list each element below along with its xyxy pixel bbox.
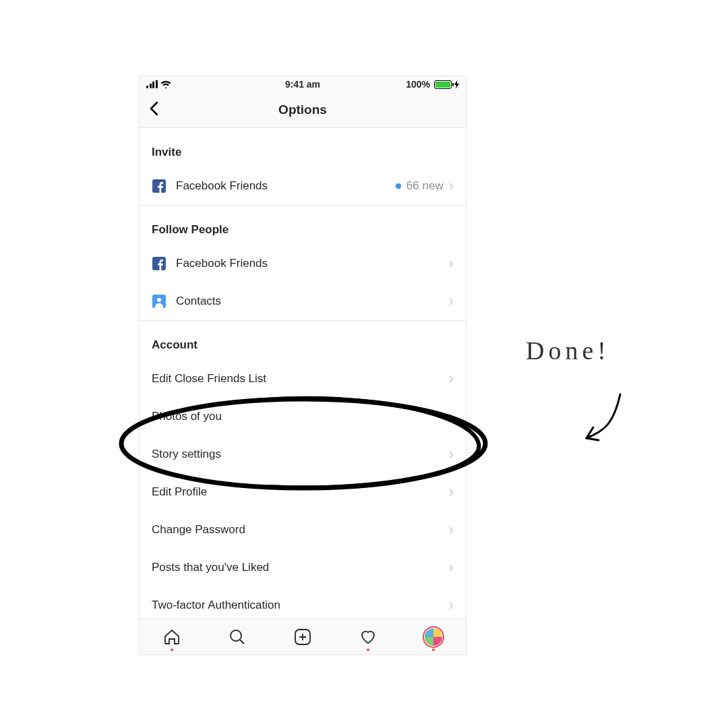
facebook-icon bbox=[152, 256, 166, 271]
chevron-right-icon: › bbox=[449, 447, 454, 462]
row-label: Change Password bbox=[152, 523, 444, 537]
notification-dot-icon bbox=[367, 648, 369, 651]
heart-icon bbox=[359, 628, 377, 646]
chevron-right-icon: › bbox=[449, 598, 454, 613]
row-change-password[interactable]: Change Password › bbox=[140, 511, 466, 549]
svg-point-3 bbox=[157, 298, 161, 302]
status-bar: 9:41 am 100% bbox=[140, 76, 466, 92]
chevron-right-icon: › bbox=[449, 371, 454, 386]
tab-search[interactable] bbox=[227, 627, 247, 647]
chevron-right-icon: › bbox=[449, 409, 454, 424]
row-label: Contacts bbox=[176, 295, 444, 308]
row-edit-close-friends[interactable]: Edit Close Friends List › bbox=[140, 360, 466, 398]
row-two-factor-authentication[interactable]: Two-factor Authentication › bbox=[140, 586, 466, 620]
row-invite-facebook-friends[interactable]: Facebook Friends 66 new › bbox=[140, 167, 466, 205]
row-posts-youve-liked[interactable]: Posts that you've Liked › bbox=[140, 549, 466, 586]
back-button[interactable] bbox=[140, 101, 168, 119]
status-time: 9:41 am bbox=[285, 79, 320, 90]
tab-bar bbox=[140, 619, 466, 655]
chevron-right-icon: › bbox=[449, 522, 454, 537]
row-photos-of-you[interactable]: Photos of you › bbox=[140, 398, 466, 435]
section-header-follow: Follow People bbox=[140, 205, 466, 245]
tab-profile[interactable] bbox=[423, 627, 444, 647]
row-label: Posts that you've Liked bbox=[152, 561, 444, 574]
status-left bbox=[146, 80, 171, 88]
row-follow-contacts[interactable]: Contacts › bbox=[140, 282, 466, 320]
nav-bar: Options bbox=[140, 92, 466, 128]
chevron-left-icon bbox=[149, 101, 158, 116]
row-label: Story settings bbox=[152, 448, 444, 461]
facebook-icon bbox=[152, 179, 166, 193]
row-label: Photos of you bbox=[152, 410, 444, 423]
chevron-right-icon: › bbox=[449, 294, 454, 309]
page-title: Options bbox=[278, 102, 327, 117]
section-header-invite: Invite bbox=[140, 128, 466, 167]
row-edit-profile[interactable]: Edit Profile › bbox=[140, 473, 466, 511]
status-right: 100% bbox=[406, 79, 459, 90]
plus-square-icon bbox=[294, 628, 311, 646]
contacts-icon bbox=[152, 294, 166, 309]
svg-point-4 bbox=[231, 630, 241, 641]
annotation-done-label: Done! bbox=[526, 336, 610, 365]
notification-dot-icon bbox=[396, 183, 401, 189]
badge-text: 66 new bbox=[406, 179, 444, 193]
row-story-settings[interactable]: Story settings › bbox=[140, 435, 466, 473]
chevron-right-icon: › bbox=[449, 256, 454, 271]
notification-dot-icon bbox=[171, 648, 173, 651]
section-header-account: Account bbox=[140, 320, 466, 360]
row-label: Edit Profile bbox=[152, 485, 444, 499]
notification-dot-icon bbox=[432, 648, 435, 651]
phone-frame: 9:41 am 100% Options Invite Facebook Fri… bbox=[139, 75, 466, 655]
profile-avatar-icon bbox=[425, 628, 442, 646]
tab-home[interactable] bbox=[162, 627, 182, 647]
home-icon bbox=[163, 628, 181, 646]
charging-icon bbox=[454, 80, 459, 89]
row-follow-facebook-friends[interactable]: Facebook Friends › bbox=[140, 245, 466, 282]
row-label: Two-factor Authentication bbox=[152, 599, 444, 612]
chevron-right-icon: › bbox=[449, 485, 454, 499]
battery-icon bbox=[434, 80, 452, 89]
wifi-icon bbox=[160, 80, 171, 88]
signal-icon bbox=[146, 80, 158, 88]
chevron-right-icon: › bbox=[449, 179, 454, 193]
battery-text: 100% bbox=[406, 79, 430, 90]
row-label: Edit Close Friends List bbox=[152, 372, 444, 386]
row-label: Facebook Friends bbox=[176, 257, 444, 270]
settings-content[interactable]: Invite Facebook Friends 66 new › Follow … bbox=[140, 128, 466, 620]
tab-activity[interactable] bbox=[358, 627, 378, 647]
search-icon bbox=[229, 628, 246, 646]
chevron-right-icon: › bbox=[449, 560, 454, 575]
row-label: Facebook Friends bbox=[176, 179, 396, 193]
tab-create[interactable] bbox=[293, 627, 313, 647]
